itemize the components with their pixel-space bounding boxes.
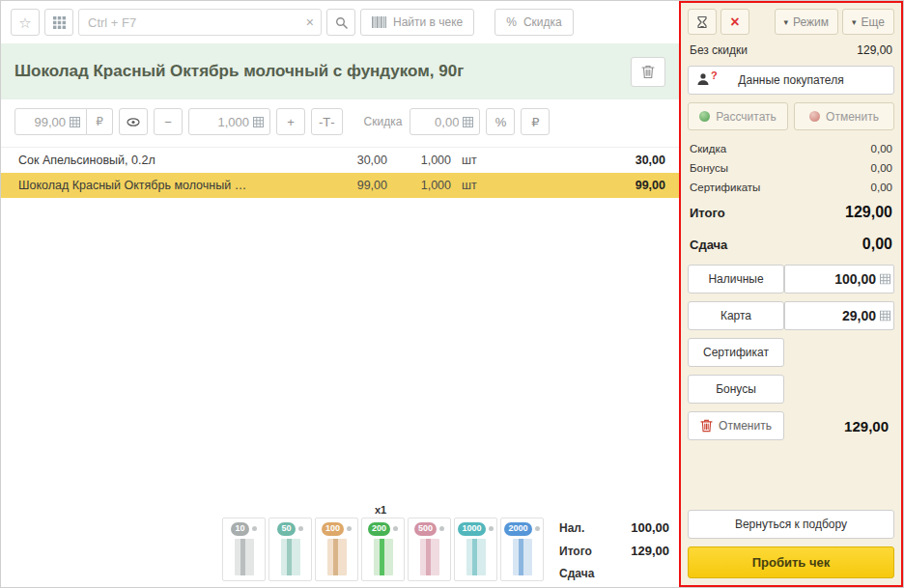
banknote-200-button[interactable]: 200 <box>361 518 405 581</box>
discount-input[interactable] <box>416 115 459 129</box>
item-name: Шоколад Красный Октябрь молочный … <box>18 179 320 192</box>
no-discount-label: Без скидки <box>690 43 748 57</box>
main-area: ☆ × Найти в чеке % Скидка Шоколад Крас <box>1 1 679 587</box>
item-row[interactable]: Сок Апельсиновый, 0.2л 30,00 1,000 шт 30… <box>1 148 679 173</box>
item-unit: шт <box>451 154 492 167</box>
search-input[interactable] <box>79 10 321 35</box>
note-dot-icon <box>439 526 444 531</box>
card-amount-input[interactable] <box>784 301 894 330</box>
banknote-500-button[interactable]: 500 <box>408 518 451 581</box>
main-toolbar: ☆ × Найти в чеке % Скидка <box>1 1 679 43</box>
more-button[interactable]: ▾ Еще <box>842 9 894 35</box>
qty-field-group <box>188 108 270 135</box>
banknote-image <box>513 539 532 575</box>
banknote-1000-button[interactable]: 1000 <box>454 518 497 581</box>
postpone-receipt-button[interactable] <box>688 9 717 35</box>
items-list: Сок Апельсиновый, 0.2л 30,00 1,000 шт 30… <box>1 147 679 198</box>
eye-icon <box>127 118 140 126</box>
void-payments-button[interactable]: Отменить <box>688 411 784 440</box>
increase-qty-button[interactable]: + <box>276 108 305 135</box>
banknote-image <box>420 539 439 575</box>
total-summary-value: 129,00 <box>631 544 669 558</box>
cash-summary-row: Нал. 100,00 <box>559 520 669 535</box>
banknote-50-button[interactable]: 50 <box>268 518 312 581</box>
banknote-100-button[interactable]: 100 <box>315 518 358 581</box>
find-in-receipt-label: Найти в чеке <box>393 15 463 29</box>
trash-icon <box>700 419 713 433</box>
product-title: Шоколад Красный Октябрь молочный с фунду… <box>14 62 619 81</box>
calculate-label: Рассчитать <box>716 110 777 124</box>
show-price-button[interactable] <box>119 108 148 135</box>
back-to-selection-button[interactable]: Вернуться к подбору <box>688 510 894 539</box>
discount-percent-button[interactable]: % <box>486 108 515 135</box>
qty-input[interactable] <box>195 115 249 129</box>
cash-calculator-icon[interactable] <box>880 274 890 285</box>
calculate-button[interactable]: Рассчитать <box>688 102 788 130</box>
cancel-calculate-label: Отменить <box>826 110 879 124</box>
clear-icon[interactable]: × <box>306 15 314 29</box>
banknote-image <box>466 539 486 575</box>
price-currency-button[interactable]: ₽ <box>87 108 113 135</box>
bonuses-payment-button[interactable]: Бонусы <box>688 375 784 404</box>
void-payments-label: Отменить <box>719 419 772 433</box>
note-dot-icon <box>393 526 398 531</box>
card-payment-button[interactable]: Карта <box>688 301 784 330</box>
find-in-receipt-button[interactable]: Найти в чеке <box>360 9 474 36</box>
trash-icon <box>641 65 655 79</box>
item-price: 99,00 <box>320 179 387 192</box>
banknote-2000-button[interactable]: 2000 <box>500 518 544 581</box>
customer-data-label: Данные покупателя <box>738 73 843 87</box>
commit-receipt-button[interactable]: Пробить чек <box>688 546 894 578</box>
change-summary-row: Сдача <box>559 567 669 580</box>
price-input[interactable] <box>21 115 66 129</box>
favorites-button[interactable]: ☆ <box>11 9 40 36</box>
percent-icon: % <box>506 15 517 29</box>
cash-summary-value: 100,00 <box>631 520 669 535</box>
discount-toolbar-button[interactable]: % Скидка <box>494 9 573 36</box>
banknote-image <box>374 539 393 575</box>
discount-row: Скидка 0,00 <box>688 139 894 158</box>
card-calculator-icon[interactable] <box>880 311 890 322</box>
menu-grid-button[interactable] <box>44 9 73 36</box>
item-unit: шт <box>451 179 492 192</box>
note-dot-icon <box>252 526 257 531</box>
price-tag-button[interactable]: -Т- <box>311 108 343 135</box>
product-header: Шоколад Красный Октябрь молочный с фунду… <box>1 43 679 99</box>
item-row-selected[interactable]: Шоколад Красный Октябрь молочный … 99,00… <box>1 173 679 198</box>
discount-ruble-button[interactable]: ₽ <box>521 108 550 135</box>
discount-field-group <box>410 108 480 135</box>
cash-summary-label: Нал. <box>559 521 584 535</box>
close-receipt-button[interactable]: × <box>720 9 749 35</box>
item-name: Сок Апельсиновый, 0.2л <box>18 154 320 167</box>
discount-calculator-icon[interactable] <box>463 117 473 127</box>
total-label: Итого <box>690 206 725 220</box>
banknote-10-button[interactable]: 10 <box>222 518 266 581</box>
note-dot-icon <box>298 526 303 531</box>
mode-button[interactable]: ▾ Режим <box>775 9 839 35</box>
certificate-payment-button[interactable]: Сертификат <box>688 338 784 367</box>
item-qty: 1,000 <box>387 179 451 192</box>
delete-item-button[interactable] <box>631 57 665 87</box>
hourglass-icon <box>696 15 708 29</box>
item-controls: ₽ − + -Т- Скидка % ₽ <box>1 99 679 145</box>
bonuses-row: Бонусы 0,00 <box>688 158 894 178</box>
cash-payment-button[interactable]: Наличные <box>688 265 784 294</box>
cash-amount-input[interactable] <box>784 265 894 294</box>
red-circle-icon <box>809 111 820 122</box>
qty-calculator-icon[interactable] <box>253 117 264 127</box>
note-dot-icon <box>535 526 540 531</box>
cancel-calculate-button[interactable]: Отменить <box>794 102 894 130</box>
mode-label: Режим <box>793 15 829 29</box>
search-button[interactable] <box>326 9 355 36</box>
star-icon: ☆ <box>18 15 31 30</box>
banknote-image <box>327 539 347 575</box>
no-discount-row: Без скидки 129,00 <box>688 42 894 66</box>
item-sum: 99,00 <box>492 179 665 192</box>
decrease-qty-button[interactable]: − <box>154 108 183 135</box>
green-circle-icon <box>699 111 710 122</box>
customer-data-button[interactable]: ? Данные покупателя <box>688 66 894 95</box>
note-dot-icon <box>347 526 352 531</box>
grid-icon <box>53 16 66 29</box>
total-row: Итого 129,00 <box>688 197 894 229</box>
price-calculator-icon[interactable] <box>70 117 80 127</box>
